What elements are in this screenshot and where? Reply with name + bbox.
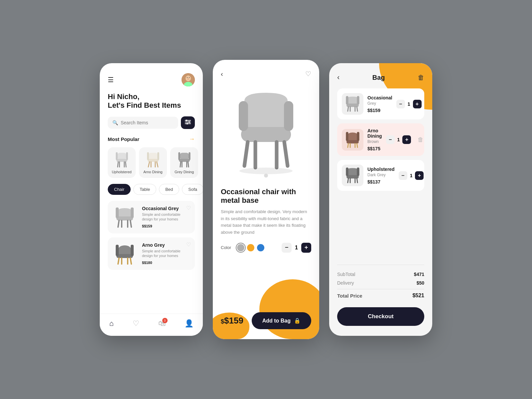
screen-bag: ‹ Bag 🗑 Occasional Grey <box>329 63 432 336</box>
quantity-control: − 1 + <box>282 243 311 253</box>
tab-chair[interactable]: Chair <box>108 184 131 195</box>
search-input[interactable] <box>121 120 174 125</box>
popular-card-grey[interactable]: Grey Dining <box>170 147 198 178</box>
search-bar: 🔍 <box>108 116 195 129</box>
lock-icon: 🔒 <box>294 318 301 324</box>
popular-card-image <box>174 151 194 168</box>
svg-rect-52 <box>284 101 293 131</box>
svg-rect-18 <box>116 152 117 160</box>
color-swatch-grey[interactable] <box>237 244 244 251</box>
nav-home[interactable]: ⌂ <box>109 319 113 328</box>
svg-rect-13 <box>116 159 127 162</box>
svg-rect-35 <box>189 152 190 160</box>
bag-increase[interactable]: + <box>413 100 422 108</box>
product-footer: $$159 Add to Bag 🔒 <box>221 306 311 339</box>
product-card-arno[interactable]: Arno Grey Simple and comfortable design … <box>108 237 195 270</box>
color-swatch-yellow[interactable] <box>247 244 254 251</box>
svg-line-74 <box>357 179 357 183</box>
svg-line-15 <box>125 162 126 167</box>
popular-section-header: Most Popular → <box>108 136 195 143</box>
profile-icon: 👤 <box>185 319 194 328</box>
svg-line-31 <box>188 162 189 167</box>
bag-quantity-control: − 1 + <box>386 135 411 144</box>
tab-sofa[interactable]: Sofa <box>182 184 203 195</box>
bag-quantity: 1 <box>410 173 413 178</box>
product-desc: Simple and comfortable design for your h… <box>142 249 190 258</box>
bag-decrease[interactable]: − <box>396 100 405 108</box>
quantity-increase[interactable]: + <box>301 243 311 253</box>
bag-item-info: Upholstered Dark Grey $$137 <box>367 167 395 185</box>
bag-increase[interactable]: + <box>402 135 411 144</box>
menu-icon[interactable]: ☰ <box>108 76 114 84</box>
svg-rect-64 <box>357 96 359 105</box>
svg-line-38 <box>130 220 131 227</box>
popular-card-arno[interactable]: Arno Dining <box>139 147 167 178</box>
svg-line-60 <box>357 107 357 111</box>
home-header: ☰ <box>108 73 195 86</box>
avatar[interactable] <box>182 73 195 86</box>
nav-bag[interactable]: 🛍 3 <box>158 319 166 328</box>
svg-point-4 <box>187 77 188 78</box>
bag-item-occasional: Occasional Grey $$159 − 1 + <box>337 88 424 119</box>
delivery-value: $50 <box>417 280 424 286</box>
quantity-value: 1 <box>295 245 298 251</box>
wishlist-button[interactable]: ♡ <box>305 70 311 78</box>
heart-icon: ♡ <box>133 319 139 328</box>
bag-item-color: Brown <box>367 139 382 144</box>
svg-line-59 <box>348 107 348 111</box>
bag-item-price: $$175 <box>367 146 382 151</box>
bag-item-price: $$159 <box>367 108 392 113</box>
popular-card-label: Grey Dining <box>175 170 194 174</box>
nav-wishlist[interactable]: ♡ <box>133 319 139 328</box>
bag-quantity: 1 <box>397 137 400 142</box>
popular-title: Most Popular <box>108 136 139 142</box>
popular-card-upholstered[interactable]: Upholstered <box>108 147 136 178</box>
tab-table[interactable]: Table <box>133 184 156 195</box>
bag-item-color: Dark Grey <box>367 173 395 177</box>
bag-item-price: $$137 <box>367 179 395 185</box>
color-swatch-blue[interactable] <box>257 244 264 251</box>
back-button[interactable]: ‹ <box>337 73 339 82</box>
svg-rect-21 <box>148 159 159 162</box>
search-input-wrap[interactable]: 🔍 <box>108 117 178 129</box>
detail-header: ‹ ♡ <box>221 70 311 78</box>
bag-decrease[interactable]: − <box>399 171 407 180</box>
search-icon: 🔍 <box>112 120 118 125</box>
wishlist-button[interactable]: ♡ <box>186 205 191 211</box>
svg-line-14 <box>117 162 118 167</box>
color-label: Color <box>221 245 231 250</box>
product-title: Occasional chair with metal base <box>221 188 311 205</box>
product-card-occasional[interactable]: Occasional Grey Simple and comfortable d… <box>108 201 195 233</box>
bag-increase[interactable]: + <box>415 171 424 180</box>
nav-profile[interactable]: 👤 <box>185 319 194 328</box>
filter-button[interactable] <box>181 116 195 129</box>
bag-item-color: Grey <box>367 101 392 106</box>
delete-all-button[interactable]: 🗑 <box>418 74 424 81</box>
tab-bed[interactable]: Bed <box>159 184 179 195</box>
popular-card-image <box>112 151 132 168</box>
svg-rect-29 <box>179 159 190 162</box>
popular-arrow[interactable]: → <box>189 136 195 143</box>
back-button[interactable]: ‹ <box>221 70 223 78</box>
quantity-decrease[interactable]: − <box>282 243 292 253</box>
bag-decrease[interactable]: − <box>386 135 395 144</box>
checkout-button[interactable]: Checkout <box>337 307 424 326</box>
product-name: Occasional Grey <box>142 206 190 211</box>
wishlist-button[interactable]: ♡ <box>186 241 191 248</box>
svg-rect-70 <box>346 132 348 141</box>
svg-rect-19 <box>126 152 128 160</box>
bag-items-list: Occasional Grey $$159 − 1 + <box>337 88 424 191</box>
bag-title: Bag <box>372 74 385 81</box>
total-label: Total Price <box>337 293 362 299</box>
bag-quantity-control: − 1 + <box>396 100 422 108</box>
carousel-dot <box>264 174 268 178</box>
svg-rect-58 <box>346 104 359 107</box>
total-row: Total Price $521 <box>337 293 424 299</box>
product-desc: Simple and comfortable design for your h… <box>142 212 190 222</box>
svg-rect-71 <box>357 132 359 141</box>
product-info: Occasional Grey Simple and comfortable d… <box>142 206 190 229</box>
bag-delete-button[interactable]: 🗑 <box>418 136 424 143</box>
product-price: $$180 <box>142 260 190 265</box>
svg-line-37 <box>118 220 119 227</box>
add-to-bag-button[interactable]: Add to Bag 🔒 <box>252 312 311 329</box>
